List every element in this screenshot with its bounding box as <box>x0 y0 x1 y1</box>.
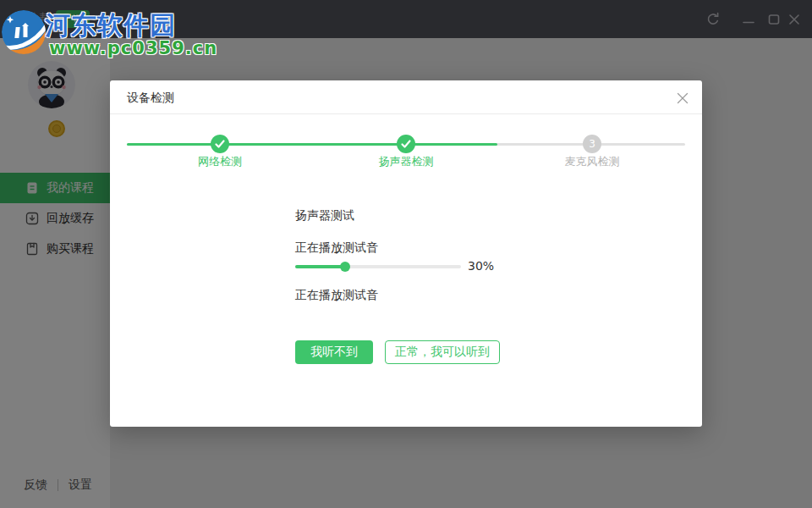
step-label-microphone: 麦克风检测 <box>533 154 651 169</box>
dialog-header: 设备检测 <box>110 80 702 114</box>
step-network-check-icon <box>211 135 229 153</box>
volume-thumb[interactable] <box>340 262 350 272</box>
speaker-test-title: 扬声器测试 <box>295 208 354 224</box>
pc0359-logo-icon <box>0 8 47 56</box>
device-check-dialog: 设备检测 3 网络检测 扬声器检测 麦克风检测 扬声器测试 正在播放测试音 30… <box>110 80 702 427</box>
volume-slider[interactable] <box>295 265 461 268</box>
app-window: 作业帮 一课 <box>0 0 812 508</box>
can-hear-button[interactable]: 正常，我可以听到 <box>385 340 500 364</box>
cant-hear-button[interactable]: 我听不到 <box>295 340 373 364</box>
step-label-speaker: 扬声器检测 <box>347 154 465 169</box>
volume-fill <box>295 265 345 268</box>
step-mic-check-number: 3 <box>583 135 601 153</box>
dialog-title: 设备检测 <box>127 80 174 114</box>
stepper-progress <box>127 143 497 146</box>
watermark-site-url: www.pc0359.cn <box>49 38 217 58</box>
close-dialog-icon[interactable] <box>672 87 694 109</box>
volume-percent: 30% <box>468 259 494 273</box>
step-label-network: 网络检测 <box>161 154 279 169</box>
playing-status-text-1: 正在播放测试音 <box>295 240 378 256</box>
step-speaker-check-icon <box>397 135 415 153</box>
playing-status-text-2: 正在播放测试音 <box>295 288 378 303</box>
